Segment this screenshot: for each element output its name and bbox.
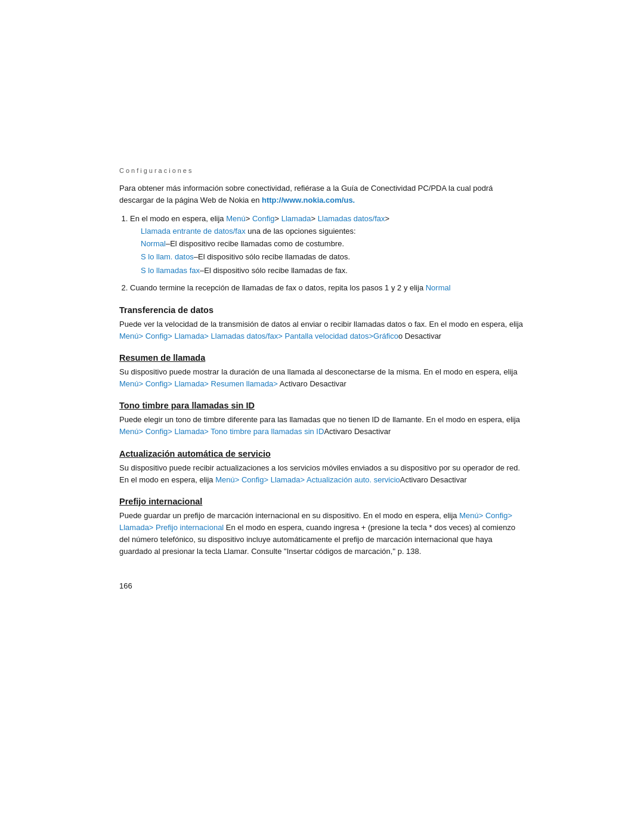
transferencia-o: o	[398, 332, 405, 340]
section-transferencia-body: Puede ver la velocidad de la transmisión…	[119, 318, 525, 342]
step-2: Cuando termine la recepción de llamadas …	[130, 282, 525, 295]
section-prefijo-title: Prefijo internacional	[119, 497, 525, 506]
step1-menu5: Llamada entrante de datos/fax	[141, 227, 246, 236]
option-fax-desc: El dispositivo sólo recibe llamadas de f…	[204, 266, 348, 275]
option-fax: S lo llamadas fax–El dispositivo sólo re…	[141, 265, 525, 277]
section-actualizacion-body: Su dispositivo puede recibir actualizaci…	[119, 462, 525, 486]
tono-activar: Activar	[324, 427, 348, 436]
section-resumen-body: Su dispositivo puede mostrar la duración…	[119, 366, 525, 390]
section-prefijo-body: Puede guardar un prefijo de marcación in…	[119, 510, 525, 558]
option-datos-label: S lo llam. datos	[141, 252, 194, 261]
option-datos-desc: El dispositivo sólo recibe llamadas de d…	[198, 252, 350, 261]
prefijo-text-1: Puede guardar un prefijo de marcación in…	[119, 511, 459, 520]
section-actualizacion-title: Actualización automática de servicio	[119, 449, 525, 459]
resumen-text-before: Su dispositivo puede mostrar la duración…	[119, 367, 518, 376]
resumen-desactivar: Desactivar	[309, 379, 346, 388]
step1-menu2: Config	[252, 214, 275, 223]
step1-arrow1: >	[246, 214, 252, 223]
intro-paragraph: Para obtener más información sobre conec…	[119, 182, 525, 206]
section-prefijo: Prefijo internacional Puede guardar un p…	[119, 497, 525, 558]
section-resumen: Resumen de llamada Su dispositivo puede …	[119, 353, 525, 390]
section-tono-body: Puede elegir un tono de timbre diferente…	[119, 414, 525, 438]
page-content: Configuraciones Para obtener más informa…	[0, 0, 644, 833]
tono-o: o	[348, 427, 354, 436]
actualizacion-menu: Menú> Config> Llamada> Actualización aut…	[215, 475, 400, 484]
step1-menu4: Llamadas datos/fax	[318, 214, 385, 223]
section-transferencia: Transferencia de datos Puede ver la velo…	[119, 305, 525, 342]
section-tono: Tono timbre para llamadas sin ID Puede e…	[119, 401, 525, 438]
section-actualizacion: Actualización automática de servicio Su …	[119, 449, 525, 486]
option-normal: Normal–El dispositivo recibe llamadas co…	[141, 238, 525, 250]
section-tono-title: Tono timbre para llamadas sin ID	[119, 401, 525, 410]
actualizacion-o: o	[424, 475, 431, 484]
section-transferencia-title: Transferencia de datos	[119, 305, 525, 315]
tono-menu: Menú> Config> Llamada> Tono timbre para …	[119, 427, 324, 436]
options-block: Normal–El dispositivo recibe llamadas co…	[141, 238, 525, 277]
transferencia-text-before: Puede ver la velocidad de la transmisión…	[119, 320, 523, 329]
steps-list: En el modo en espera, elija Menú> Config…	[130, 213, 525, 295]
step2-normal-link: Normal	[426, 283, 451, 292]
transferencia-menu: Menú> Config> Llamada> Llamadas datos/fa…	[119, 332, 398, 340]
resumen-menu: Menú> Config> Llamada> Resumen llamada>	[119, 379, 280, 388]
resumen-o: o	[304, 379, 310, 388]
step1-menu1: Menú	[226, 214, 246, 223]
resumen-activar: Activar	[280, 379, 304, 388]
step1-text-end: una de las opciones siguientes:	[246, 227, 356, 236]
section-resumen-title: Resumen de llamada	[119, 353, 525, 363]
option-datos: S lo llam. datos–El dispositivo sólo rec…	[141, 251, 525, 264]
tono-desactivar: Desactivar	[354, 427, 391, 436]
section-header: Configuraciones	[119, 167, 525, 174]
tono-text-before: Puede elegir un tono de timbre diferente…	[119, 415, 520, 424]
option-fax-label: S lo llamadas fax	[141, 266, 200, 275]
page-number: 166	[119, 581, 525, 590]
option-normal-desc: El dispositivo recibe llamadas como de c…	[170, 239, 344, 248]
actualizacion-desactivar: Desactivar	[430, 475, 466, 484]
step1-text-before: En el modo en espera, elija	[130, 214, 226, 223]
step-1: En el modo en espera, elija Menú> Config…	[130, 213, 525, 277]
step2-text: Cuando termine la recepción de llamadas …	[130, 283, 426, 292]
step1-arrow3: >	[311, 214, 318, 223]
transferencia-desactivar: Desactivar	[405, 332, 441, 340]
step1-menu3: Llamada	[281, 214, 311, 223]
actualizacion-activar: Activar	[400, 475, 424, 484]
option-normal-label: Normal	[141, 239, 166, 248]
nokia-url-link[interactable]: http://www.nokia.com/us.	[262, 196, 355, 205]
step1-arrow2: >	[274, 214, 281, 223]
